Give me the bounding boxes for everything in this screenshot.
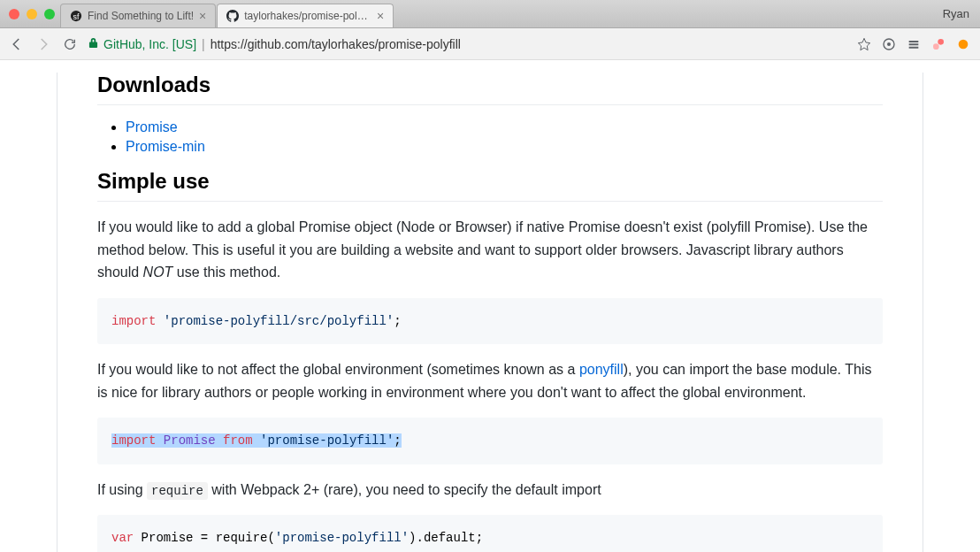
tab-inactive[interactable]: sf Find Something to Lift! ×	[60, 4, 216, 27]
download-link-promise-min[interactable]: Promise-min	[126, 139, 205, 154]
svg-point-3	[887, 42, 891, 46]
paragraph-ponyfill: If you would like to not affect the glob…	[97, 358, 883, 403]
window-titlebar: sf Find Something to Lift! × taylorhakes…	[0, 0, 980, 28]
ext-icon-1[interactable]	[881, 36, 897, 52]
code-block-polyfill[interactable]: import 'promise-polyfill/src/polyfill';	[97, 298, 883, 344]
browser-toolbar: GitHub, Inc. [US] | https://github.com/t…	[0, 28, 980, 60]
profile-name: Ryan	[943, 7, 969, 20]
code-block-import-promise[interactable]: import Promise from 'promise-polyfill';	[97, 418, 883, 464]
svg-text:sf: sf	[73, 12, 80, 21]
close-tab-icon[interactable]: ×	[199, 9, 206, 23]
ext-icon-3[interactable]	[930, 36, 946, 52]
ext-icon-4[interactable]	[955, 36, 971, 52]
close-tab-icon[interactable]: ×	[377, 9, 384, 23]
svg-point-6	[959, 39, 969, 49]
tab-title: taylorhakes/promise-polyfill: L	[244, 10, 371, 22]
ext-icon-2[interactable]	[906, 36, 922, 52]
traffic-lights	[9, 9, 55, 19]
downloads-list: Promise Promise-min	[97, 119, 883, 155]
heading-simple-use: Simple use	[97, 169, 883, 202]
download-link-promise[interactable]: Promise	[126, 119, 178, 134]
heading-downloads: Downloads	[97, 73, 883, 105]
code-block-require[interactable]: var Promise = require('promise-polyfill'…	[97, 515, 883, 552]
list-item: Promise	[126, 119, 883, 135]
ponyfill-link[interactable]: ponyfill	[579, 362, 624, 377]
minimize-window-button[interactable]	[27, 9, 37, 19]
tab-strip: sf Find Something to Lift! × taylorhakes…	[60, 4, 394, 27]
forward-button[interactable]	[35, 36, 51, 52]
paragraph-require: If using require with Webpack 2+ (rare),…	[97, 479, 883, 502]
back-button[interactable]	[9, 36, 25, 52]
site-favicon-icon: sf	[70, 10, 82, 22]
site-origin: GitHub, Inc. [US]	[103, 37, 196, 51]
maximize-window-button[interactable]	[44, 9, 55, 19]
url-text: https://github.com/taylorhakes/promise-p…	[211, 37, 461, 51]
tab-active[interactable]: taylorhakes/promise-polyfill: L ×	[217, 4, 394, 27]
address-bar[interactable]: GitHub, Inc. [US] | https://github.com/t…	[88, 37, 846, 51]
lock-icon	[88, 37, 98, 51]
svg-point-4	[933, 43, 939, 50]
close-window-button[interactable]	[9, 9, 19, 19]
list-item: Promise-min	[126, 139, 883, 155]
bookmark-star-icon[interactable]	[856, 36, 872, 52]
toolbar-right	[856, 36, 971, 52]
svg-point-5	[938, 39, 944, 45]
readme-body: Downloads Promise Promise-min Simple use…	[57, 73, 923, 552]
github-favicon-icon	[226, 10, 239, 22]
reload-button[interactable]	[62, 36, 78, 52]
page-content[interactable]: Downloads Promise Promise-min Simple use…	[0, 60, 980, 552]
tab-title: Find Something to Lift!	[88, 10, 194, 22]
inline-code-require: require	[147, 482, 208, 500]
paragraph-polyfill-intro: If you would like to add a global Promis…	[97, 216, 883, 284]
